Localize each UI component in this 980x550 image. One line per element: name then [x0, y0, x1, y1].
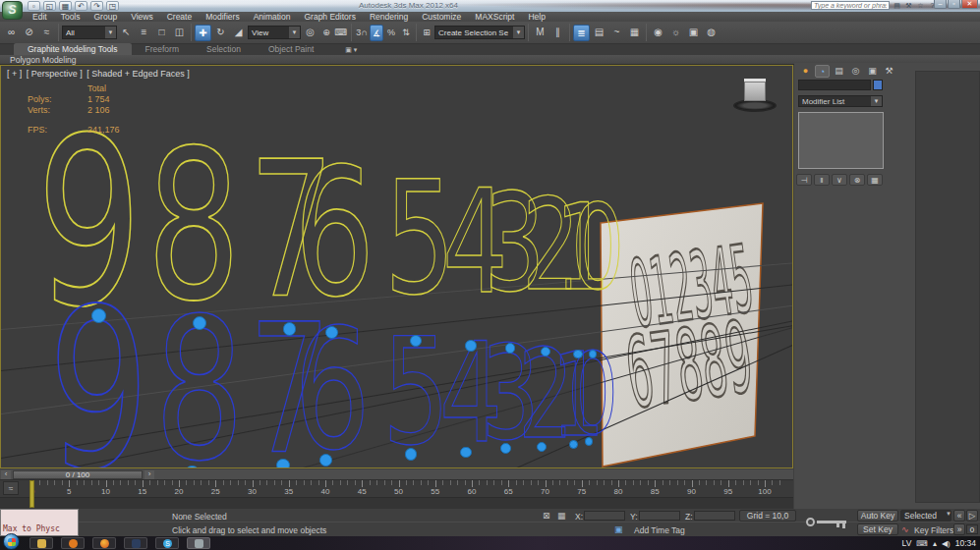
rendered-frame-window-icon[interactable]: ▣: [685, 25, 702, 41]
polygon-modeling-panel-label[interactable]: Polygon Modeling: [10, 55, 77, 65]
select-and-link-icon[interactable]: ∞: [3, 25, 20, 41]
play-animation-icon[interactable]: ▷: [966, 510, 978, 522]
new-scene-icon[interactable]: ▫: [28, 1, 40, 11]
viewport-menu-view[interactable]: [ Perspective ]: [27, 69, 83, 79]
chevron-down-icon[interactable]: ▼: [871, 96, 882, 106]
tab-modify-icon[interactable]: ◔: [815, 65, 830, 78]
unlink-selection-icon[interactable]: ⊘: [21, 25, 37, 41]
taskbar-app-button[interactable]: [124, 537, 147, 549]
menu-maxscript[interactable]: MAXScript: [468, 12, 521, 22]
keyable-set-dropdown[interactable]: Selected: [900, 510, 951, 522]
set-key-button[interactable]: Set Key: [857, 523, 898, 535]
favorites-star-icon[interactable]: ☆: [916, 2, 925, 10]
chevron-down-icon[interactable]: ▼: [946, 511, 951, 517]
show-end-result-icon[interactable]: ‖: [814, 174, 830, 186]
vertex-dot[interactable]: [283, 322, 297, 336]
clock[interactable]: 10:34: [955, 538, 976, 548]
taskbar-explorer-button[interactable]: [29, 537, 53, 549]
edit-named-selection-sets-icon[interactable]: ⊞: [420, 25, 433, 41]
minimize-button[interactable]: –: [934, 0, 947, 9]
render-setup-icon[interactable]: ☼: [667, 25, 684, 41]
menu-customize[interactable]: Customize: [415, 12, 468, 22]
language-indicator[interactable]: LV: [902, 538, 912, 548]
pin-stack-icon[interactable]: ⊣: [796, 174, 812, 186]
reference-coordinate-dropdown[interactable]: View▼: [248, 26, 301, 39]
viewcube[interactable]: [730, 78, 781, 115]
vertex-dot[interactable]: [276, 459, 290, 468]
mini-curve-editor-icon[interactable]: ≈: [3, 481, 19, 495]
absolute-mode-icon[interactable]: ▦: [557, 511, 566, 521]
select-and-move-icon[interactable]: ✚: [195, 25, 211, 41]
layer-manager-icon[interactable]: ≣: [573, 25, 590, 41]
viewport-menu-plus[interactable]: [ + ]: [7, 69, 22, 79]
next-frame-button[interactable]: ›: [144, 470, 154, 479]
taskbar-media-player-button[interactable]: [61, 537, 85, 549]
time-tag-icon[interactable]: ▣: [614, 524, 623, 534]
graphite-ribbon-toggle-icon[interactable]: ▤: [591, 25, 607, 41]
viewport-menu-shading[interactable]: [ Shaded + Edged Faces ]: [86, 69, 189, 79]
vertex-dot[interactable]: [573, 350, 582, 358]
go-to-start-icon[interactable]: «: [953, 510, 965, 522]
ribbon-tab-freeform[interactable]: Freeform: [132, 43, 193, 55]
schematic-view-icon[interactable]: ▦: [626, 25, 643, 41]
time-slider-handle[interactable]: 0 / 100: [13, 470, 143, 479]
tab-display-icon[interactable]: ▣: [865, 65, 880, 78]
object-color-swatch[interactable]: [873, 80, 883, 90]
project-folder-icon[interactable]: ◳: [106, 1, 119, 11]
configure-modifier-sets-icon[interactable]: ▦: [867, 174, 883, 186]
vertex-dot[interactable]: [405, 448, 417, 460]
save-file-icon[interactable]: ▦: [59, 1, 72, 11]
menu-create[interactable]: Create: [160, 12, 200, 22]
keyboard-icon[interactable]: ⌨: [916, 539, 928, 548]
align-icon[interactable]: ∥: [549, 25, 566, 41]
taskbar-skype-button[interactable]: S: [155, 537, 179, 549]
menu-help[interactable]: Help: [521, 12, 551, 22]
menu-modifiers[interactable]: Modifiers: [199, 12, 246, 22]
add-time-tag[interactable]: Add Time Tag: [634, 525, 685, 535]
menu-rendering[interactable]: Rendering: [363, 12, 415, 22]
make-unique-icon[interactable]: ∨: [832, 174, 847, 186]
material-editor-icon[interactable]: ◉: [650, 25, 666, 41]
select-by-name-icon[interactable]: ≡: [136, 25, 152, 41]
curve-editor-icon[interactable]: ~: [608, 25, 625, 41]
taskbar-firefox-button[interactable]: [92, 537, 116, 549]
modifier-stack[interactable]: [798, 112, 884, 169]
spinner-snap-icon[interactable]: ⇅: [399, 25, 413, 41]
track-bar[interactable]: ≈ 05101520253035404550556065707580859095…: [0, 480, 793, 498]
open-file-icon[interactable]: ◱: [43, 1, 56, 11]
selection-lock-icon[interactable]: ⊠: [543, 511, 550, 521]
menu-edit[interactable]: Edit: [26, 12, 54, 22]
chevron-down-icon[interactable]: ▼: [105, 27, 116, 38]
remove-modifier-icon[interactable]: ⊗: [849, 174, 865, 186]
window-crossing-icon[interactable]: ◫: [171, 25, 188, 41]
chevron-down-icon[interactable]: ▼: [289, 27, 300, 38]
communication-center-icon[interactable]: ⚒: [904, 2, 913, 10]
tab-utilities-icon[interactable]: ⚒: [882, 65, 896, 78]
start-button[interactable]: [3, 533, 20, 550]
key-filters-curve-icon[interactable]: ∿: [901, 524, 909, 534]
render-production-teapot-icon[interactable]: ◍: [703, 25, 720, 41]
maxscript-mini-listener[interactable]: Max to Physc: [0, 509, 79, 536]
3ds-max-logo-button[interactable]: S: [2, 1, 23, 20]
use-pivot-center-icon[interactable]: ◎: [302, 25, 318, 41]
auto-key-button[interactable]: Auto Key: [857, 510, 898, 522]
bind-to-spacewarp-icon[interactable]: ≈: [38, 25, 55, 41]
modifier-list-dropdown[interactable]: Modifier List ▼: [798, 95, 883, 107]
object-name-field[interactable]: [798, 80, 871, 90]
mirror-icon[interactable]: M: [532, 25, 548, 41]
select-and-rotate-icon[interactable]: ↻: [212, 25, 229, 41]
redo-icon[interactable]: ↷: [90, 1, 103, 11]
taskbar-3dsmax-button-active[interactable]: [187, 537, 210, 549]
maximize-button[interactable]: ▫: [948, 0, 960, 9]
menu-views[interactable]: Views: [124, 12, 160, 22]
angle-snap-icon[interactable]: ∡: [370, 25, 383, 41]
vertex-dot[interactable]: [91, 308, 106, 323]
close-button[interactable]: ✕: [961, 0, 978, 9]
ribbon-tab-object-paint[interactable]: Object Paint: [255, 43, 327, 55]
menu-group[interactable]: Group: [87, 12, 125, 22]
set-keys-big-key-button[interactable]: [804, 511, 855, 534]
current-frame-marker[interactable]: [29, 480, 34, 508]
volume-icon[interactable]: ◀): [942, 539, 951, 548]
menu-graph-editors[interactable]: Graph Editors: [297, 12, 362, 22]
keyboard-shortcut-override-icon[interactable]: ⌨: [334, 25, 348, 41]
